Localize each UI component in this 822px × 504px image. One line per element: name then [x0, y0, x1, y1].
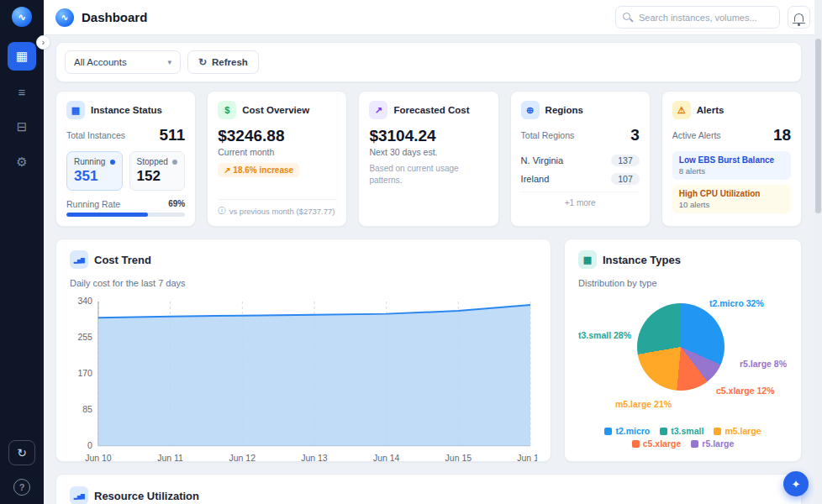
legend-swatch-icon — [660, 428, 667, 435]
total-instances-label: Total Instances — [66, 130, 125, 140]
alert-item[interactable]: Low EBS Burst Balance 8 alerts — [672, 151, 791, 180]
alerts-card: ⚠ Alerts Active Alerts 18 Low EBS Burst … — [661, 91, 802, 227]
warning-triangle-icon: ⚠ — [672, 101, 691, 119]
running-rate-value: 69% — [168, 199, 185, 209]
legend-item-t3.small[interactable]: t3.small — [660, 426, 703, 436]
chevron-right-icon: › — [42, 39, 45, 47]
instance-types-pie-chart: t2.micro 32%r5.large 8%c5.xlarge 12%m5.l… — [578, 295, 788, 417]
cost-amount: $3246.88 — [218, 127, 336, 145]
sidebar-refresh-button[interactable]: ↻ — [8, 440, 35, 465]
legend-label: c5.xlarge — [643, 438, 682, 449]
account-filter-value: All Accounts — [74, 57, 127, 67]
pie-label-c5.xlarge: c5.xlarge 12% — [716, 386, 774, 396]
resource-utilization-icon: ▂▅▇ — [70, 486, 88, 504]
cost-comparison: ⓘ vs previous month ($2737.77) — [218, 199, 336, 217]
sidebar-help-button[interactable]: ? — [13, 479, 30, 496]
pie-legend: t2.microt3.smallm5.largec5.xlarger5.larg… — [578, 426, 788, 449]
svg-text:85: 85 — [82, 405, 92, 414]
total-instances-value: 511 — [160, 126, 186, 144]
logo-glyph: ∿ — [61, 13, 68, 22]
card-title: Forecasted Cost — [393, 105, 469, 115]
gear-icon: ⚙ — [16, 155, 27, 170]
resource-utilization-card: ▂▅▇ Resource Utilization — [55, 474, 802, 504]
legend-swatch-icon — [604, 428, 612, 435]
scrollbar-thumb[interactable] — [815, 39, 821, 213]
svg-text:Jun 12: Jun 12 — [229, 454, 256, 463]
legend-label: m5.large — [725, 426, 761, 436]
cost-overview-card: $ Cost Overview $3246.88 Current month ↗… — [207, 91, 347, 227]
instance-status-card: ▦ Instance Status Total Instances 511 Ru… — [55, 91, 196, 227]
cost-period: Current month — [218, 147, 336, 157]
legend-item-c5.xlarge[interactable]: c5.xlarge — [632, 438, 682, 449]
refresh-icon: ↻ — [198, 56, 207, 68]
search-input[interactable] — [615, 6, 780, 29]
help-icon: ? — [19, 482, 25, 492]
assistant-fab-button[interactable]: ✦ — [783, 471, 809, 496]
refresh-button[interactable]: ↻ Refresh — [187, 50, 259, 74]
account-filter-select[interactable]: All Accounts ▾ — [65, 50, 181, 74]
notifications-button[interactable] — [788, 6, 810, 29]
running-rate-progress — [66, 213, 185, 217]
alert-subtitle: 10 alerts — [679, 200, 784, 209]
sidebar-item-instances[interactable]: ≡ — [8, 77, 36, 106]
forecast-period: Next 30 days est. — [369, 147, 487, 157]
cost-trend-subtitle: Daily cost for the last 7 days — [70, 278, 537, 288]
app-logo-icon: ∿ — [12, 7, 32, 27]
region-name: Ireland — [521, 174, 550, 184]
running-rate-label: Running Rate — [66, 199, 120, 209]
legend-item-t2.micro[interactable]: t2.micro — [604, 426, 650, 436]
svg-text:255: 255 — [77, 333, 92, 342]
alert-item[interactable]: High CPU Utilization 10 alerts — [672, 185, 791, 213]
svg-text:Jun 14: Jun 14 — [373, 454, 400, 463]
storage-drive-icon: ⊟ — [17, 119, 28, 134]
forecast-note: Based on current usage patterns. — [369, 163, 487, 186]
svg-text:170: 170 — [77, 369, 92, 378]
page-scrollbar — [814, 0, 822, 504]
stats-row: ▦ Instance Status Total Instances 511 Ru… — [55, 91, 802, 227]
region-name: N. Virginia — [521, 155, 564, 165]
stopped-indicator-icon — [172, 160, 177, 165]
cost-comparison-text: vs previous month ($2737.77) — [229, 207, 335, 216]
header-logo-icon: ∿ — [55, 8, 74, 27]
legend-item-r5.large[interactable]: r5.large — [691, 438, 734, 449]
dashboard-grid-icon: ▦ — [16, 49, 28, 64]
forecasted-cost-card: ↗ Forecasted Cost $3104.24 Next 30 days … — [358, 91, 498, 227]
charts-row: ▂▅▇ Cost Trend Daily cost for the last 7… — [55, 239, 802, 462]
regions-more-link[interactable]: +1 more — [521, 192, 640, 207]
instance-types-subtitle: Distribution by type — [578, 278, 788, 288]
stopped-label: Stopped — [137, 157, 168, 166]
running-value: 351 — [74, 168, 115, 185]
region-row: Ireland 107 — [521, 170, 640, 188]
dashboard-content: All Accounts ▾ ↻ Refresh ▦ Instance Stat… — [44, 35, 822, 504]
sparkle-icon: ✦ — [792, 478, 801, 491]
pie-graphic[interactable] — [637, 303, 725, 391]
pie-label-r5.large: r5.large 8% — [740, 359, 787, 369]
svg-text:0: 0 — [87, 441, 92, 450]
alert-subtitle: 8 alerts — [679, 166, 784, 176]
card-title: Regions — [545, 105, 583, 115]
svg-text:Jun 15: Jun 15 — [445, 454, 472, 463]
sidebar: ∿ ▦ ≡ ⊟ ⚙ ↻ ? — [0, 0, 44, 504]
card-title: Cost Overview — [242, 105, 309, 115]
active-alerts-value: 18 — [773, 126, 791, 144]
card-title: Alerts — [697, 105, 725, 115]
globe-icon: ⊕ — [521, 101, 540, 119]
running-rate-bar-fill — [66, 213, 148, 217]
legend-item-m5.large[interactable]: m5.large — [714, 426, 761, 436]
alert-title: Low EBS Burst Balance — [679, 155, 784, 165]
instance-types-icon: ▦ — [578, 250, 597, 269]
forecast-amount: $3104.24 — [369, 127, 487, 145]
pie-label-t2.micro: t2.micro 32% — [709, 298, 764, 308]
chevron-down-icon: ▾ — [167, 58, 171, 66]
sidebar-collapse-button[interactable]: › — [36, 35, 50, 50]
sidebar-item-volumes[interactable]: ⊟ — [8, 113, 36, 141]
sidebar-item-settings[interactable]: ⚙ — [8, 148, 36, 176]
card-title: Instance Status — [91, 105, 162, 115]
running-indicator-icon — [110, 160, 115, 165]
pie-label-t3.small: t3.small 28% — [578, 330, 631, 340]
running-tile: Running 351 — [66, 151, 123, 191]
top-header: ∿ Dashboard — [44, 0, 822, 35]
filter-toolbar: All Accounts ▾ ↻ Refresh — [55, 42, 802, 82]
sidebar-item-dashboard[interactable]: ▦ — [8, 42, 36, 71]
cost-trend-icon: ▂▅▇ — [70, 250, 88, 269]
